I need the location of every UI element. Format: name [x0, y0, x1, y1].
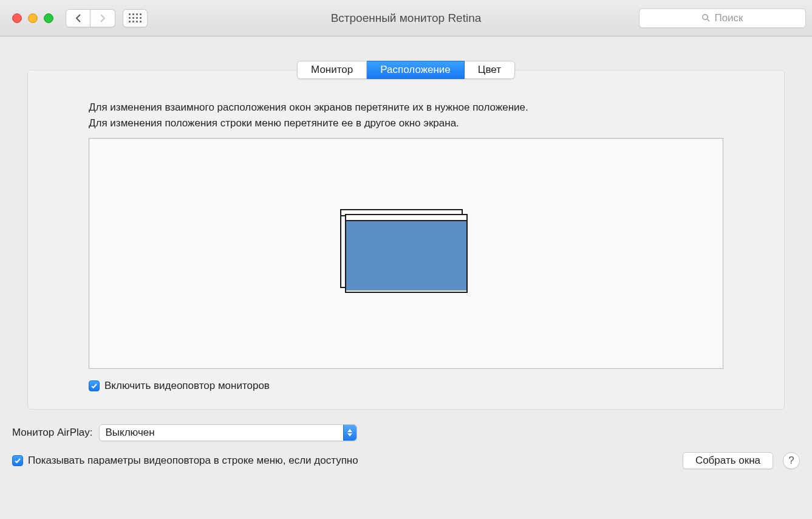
gather-windows-button[interactable]: Собрать окна — [683, 452, 773, 469]
check-icon — [90, 382, 98, 390]
mirror-displays-checkbox[interactable] — [89, 380, 100, 391]
tab-monitor[interactable]: Монитор — [297, 61, 367, 79]
display-primary[interactable] — [345, 214, 468, 293]
search-placeholder: Поиск — [714, 12, 743, 24]
instruction-line-1: Для изменения взаимного расположения око… — [89, 100, 723, 115]
show-all-button[interactable] — [123, 9, 148, 27]
airplay-popup[interactable]: Выключен — [99, 424, 357, 441]
popup-stepper-icon — [343, 425, 357, 441]
display-arrangement-area[interactable] — [89, 138, 723, 369]
tab-bar: Монитор Расположение Цвет — [297, 61, 515, 79]
airplay-row: Монитор AirPlay: Выключен — [12, 424, 800, 441]
tab-color[interactable]: Цвет — [465, 61, 515, 79]
show-mirroring-menu-checkbox[interactable] — [12, 455, 23, 466]
search-input[interactable]: Поиск — [639, 9, 806, 28]
window-controls — [12, 13, 53, 23]
menubar-strip[interactable] — [346, 215, 466, 221]
airplay-label: Монитор AirPlay: — [12, 427, 93, 439]
footer-row: Показывать параметры видеоповтора в стро… — [12, 452, 800, 469]
mirror-displays-label: Включить видеоповтор мониторов — [104, 380, 270, 392]
content-area: Монитор Расположение Цвет Для изменения … — [0, 61, 812, 481]
mirrored-displays[interactable] — [345, 214, 468, 293]
nav-buttons — [66, 9, 115, 27]
instruction-text: Для изменения взаимного расположения око… — [89, 100, 723, 131]
mirror-displays-row: Включить видеоповтор мониторов — [89, 380, 723, 392]
search-icon — [701, 13, 711, 22]
close-window-button[interactable] — [12, 13, 22, 23]
titlebar: Встроенный монитор Retina Поиск — [0, 0, 812, 36]
forward-button[interactable] — [90, 9, 115, 27]
arrangement-panel: Для изменения взаимного расположения око… — [27, 70, 785, 410]
back-button[interactable] — [66, 9, 90, 27]
tab-arrangement[interactable]: Расположение — [367, 61, 465, 79]
grid-icon — [129, 13, 142, 22]
minimize-window-button[interactable] — [28, 13, 38, 23]
help-button[interactable]: ? — [783, 452, 800, 469]
instruction-line-2: Для изменения положения строки меню пере… — [89, 115, 723, 131]
svg-line-1 — [708, 19, 710, 22]
bottom-controls: Монитор AirPlay: Выключен Показывать пар… — [0, 410, 812, 481]
chevron-right-icon — [99, 13, 106, 23]
show-mirroring-menu-label: Показывать параметры видеоповтора в стро… — [28, 455, 358, 467]
check-icon — [14, 457, 21, 464]
chevron-left-icon — [75, 13, 82, 23]
svg-point-0 — [703, 15, 708, 19]
airplay-selected-value: Выключен — [100, 427, 343, 439]
zoom-window-button[interactable] — [44, 13, 53, 23]
